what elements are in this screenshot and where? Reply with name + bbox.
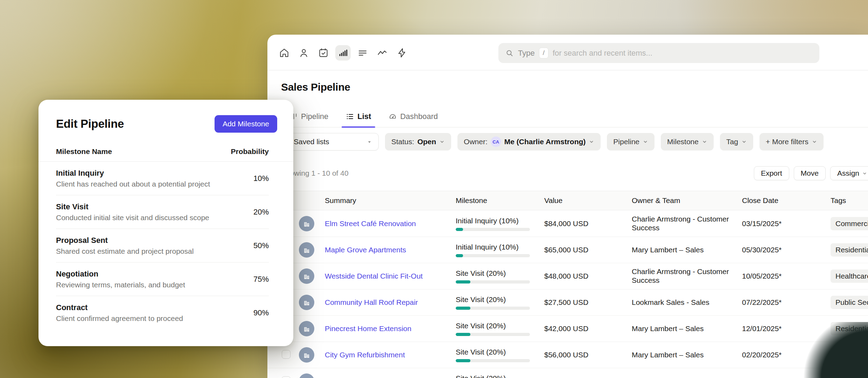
milestone-name: Initial Inquiry — [56, 169, 210, 178]
company-avatar — [299, 347, 314, 363]
tab-dashboard[interactable]: Dashboard — [384, 106, 442, 127]
company-avatar — [299, 216, 314, 231]
filter-status[interactable]: Status: Open — [385, 133, 451, 150]
milestone-probability: 50% — [253, 241, 269, 250]
deal-value: $65,000 USD — [544, 246, 632, 254]
saved-lists-value: Saved lists — [294, 138, 329, 146]
deal-value: $56,000 USD — [544, 351, 632, 359]
table-row[interactable]: New Market Sports Hall Site Visit (20%) … — [267, 368, 868, 378]
move-label: Move — [801, 169, 819, 177]
more-filters-button[interactable]: + More filters — [760, 133, 824, 150]
deal-link[interactable]: Maple Grove Apartments — [325, 246, 406, 254]
pipeline-label: Pipeline — [613, 138, 639, 146]
table-row[interactable]: Elm Street Café Renovation Initial Inqui… — [267, 211, 868, 237]
milestone-row[interactable]: Initial Inquiry Client has reached out a… — [56, 162, 269, 195]
milestone-name-header: Milestone Name — [56, 147, 112, 156]
list-icon — [346, 112, 354, 121]
milestone-progress-bar — [456, 333, 530, 336]
owner-team: Lookmark Sales - Sales — [632, 377, 742, 378]
top-nav — [276, 45, 410, 61]
calendar-check-icon[interactable] — [316, 45, 331, 61]
company-avatar — [299, 295, 314, 310]
modal-title: Edit Pipeline — [56, 117, 124, 131]
owner-team: Lookmark Sales - Sales — [632, 298, 742, 307]
deal-link[interactable]: Elm Street Café Renovation — [325, 219, 416, 227]
company-avatar — [299, 321, 314, 336]
tag-pill: Retail — [831, 374, 859, 378]
close-date: 07/22/2025* — [742, 298, 831, 307]
tags-cell: RetailOffice — [831, 374, 868, 378]
filters-row: Saved lists Status: Open Owner: CA Me (C… — [287, 133, 824, 150]
deal-value: $48,000 USD — [544, 272, 632, 280]
chevron-down-icon — [741, 139, 747, 145]
filter-owner[interactable]: Owner: CA Me (Charlie Armstrong) — [457, 133, 601, 150]
deal-value: $27,500 USD — [544, 298, 632, 307]
owner-value: Me (Charlie Armstrong) — [504, 138, 586, 146]
milestone-probability: 20% — [253, 208, 269, 217]
edit-pipeline-modal: Edit Pipeline Add Milestone Milestone Na… — [38, 100, 293, 346]
filter-pipeline[interactable]: Pipeline — [607, 133, 654, 150]
close-date: 05/30/2025* — [742, 246, 831, 254]
add-milestone-button[interactable]: Add Milestone — [215, 115, 277, 133]
slash-key-badge: / — [539, 48, 548, 58]
row-checkbox[interactable] — [282, 376, 290, 378]
search-input[interactable]: Type / for search and recent items... — [498, 43, 819, 63]
tags-cell: Commercial — [831, 217, 868, 230]
view-tabs: Pipeline List Dashboard — [267, 106, 868, 127]
deal-value: $42,000 USD — [544, 324, 632, 333]
rows-icon[interactable] — [355, 45, 370, 61]
table-row[interactable]: Pinecrest Home Extension Site Visit (20%… — [267, 316, 868, 342]
filter-milestone[interactable]: Milestone — [661, 133, 714, 150]
owner-team: Mary Lambert – Sales — [632, 246, 742, 254]
bar-chart-icon[interactable] — [335, 45, 351, 61]
milestone-row[interactable]: Contract Client confirmed agreement to p… — [56, 296, 269, 330]
home-icon[interactable] — [276, 45, 292, 61]
close-date: 03/15/2025* — [742, 219, 831, 228]
milestone-name: Contract — [56, 303, 183, 312]
saved-lists-select[interactable]: Saved lists — [287, 133, 379, 150]
milestone-probability: 10% — [253, 174, 269, 183]
deal-link[interactable]: City Gym Refurbishment — [325, 351, 405, 359]
milestone-row[interactable]: Site Visit Conducted initial site visit … — [56, 195, 269, 229]
table-row[interactable]: Community Hall Roof Repair Site Visit (2… — [267, 289, 868, 316]
chevron-down-icon — [702, 139, 707, 145]
deal-link[interactable]: Westside Dental Clinic Fit-Out — [325, 272, 423, 280]
row-checkbox[interactable] — [282, 350, 290, 359]
tab-pipeline-label: Pipeline — [301, 112, 328, 121]
milestone-label: Milestone — [667, 138, 699, 146]
company-avatar — [299, 373, 314, 378]
desktop-background: Type / for search and recent items... Sa… — [0, 0, 868, 378]
milestone-label: Site Visit (20%) — [456, 348, 544, 356]
lightning-icon[interactable] — [394, 45, 410, 61]
owner-label: Owner: — [464, 138, 488, 146]
tag-pill: Commercial — [831, 217, 868, 230]
tag-pill: Office — [863, 374, 868, 378]
table-row[interactable]: City Gym Refurbishment Site Visit (20%) … — [267, 342, 868, 368]
milestone-label: Initial Inquiry (10%) — [456, 217, 544, 225]
tags-cell: Commercial — [831, 348, 868, 362]
table-body: Elm Street Café Renovation Initial Inqui… — [267, 211, 868, 378]
export-button[interactable]: Export — [754, 166, 789, 180]
table-row[interactable]: Maple Grove Apartments Initial Inquiry (… — [267, 237, 868, 263]
milestone-label: Site Visit (20%) — [456, 322, 544, 330]
milestone-row[interactable]: Proposal Sent Shared cost estimate and p… — [56, 229, 269, 262]
profile-icon[interactable] — [296, 45, 312, 61]
tags-cell: Healthcare — [831, 270, 868, 283]
table-row[interactable]: Westside Dental Clinic Fit-Out Site Visi… — [267, 263, 868, 289]
probability-header: Probability — [231, 147, 269, 156]
assign-label: Assign — [837, 169, 859, 177]
deal-link[interactable]: Pinecrest Home Extension — [325, 324, 411, 332]
milestone-probability: 90% — [253, 308, 269, 317]
milestone-progress-bar — [456, 228, 530, 231]
tab-list[interactable]: List — [342, 106, 375, 127]
deal-link[interactable]: Community Hall Roof Repair — [325, 298, 418, 306]
assign-button[interactable]: Assign — [830, 166, 868, 180]
milestone-label: Site Visit (20%) — [456, 374, 544, 378]
milestone-row[interactable]: Negotiation Reviewing terms, materials, … — [56, 262, 269, 296]
milestone-progress-bar — [456, 359, 530, 362]
filter-tag[interactable]: Tag — [720, 133, 753, 150]
close-date: 12/01/2025* — [742, 324, 831, 333]
trend-icon[interactable] — [374, 45, 390, 61]
buildings-icon — [303, 220, 310, 227]
move-button[interactable]: Move — [794, 166, 826, 180]
